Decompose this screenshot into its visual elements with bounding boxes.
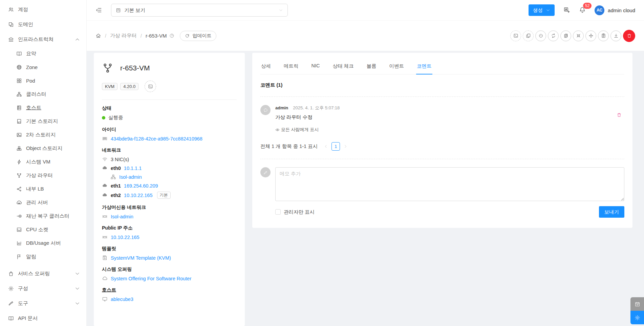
sidebar-item-alerts[interactable]: 알림 [0,250,86,263]
chevron-down-icon [279,8,283,13]
sidebar-item-summary[interactable]: 요약 [0,47,86,60]
tab-detail[interactable]: 상세 [260,60,272,74]
template-icon [102,255,108,261]
sidebar-item-db-usage-servers[interactable]: DB/Usage 서버 [0,236,86,250]
template-link[interactable]: SystemVM Template (KVM) [111,255,171,261]
admin-only-checkbox[interactable] [275,209,281,215]
update-button[interactable]: 업데이트 [180,31,216,41]
action-restart-button[interactable] [548,30,559,41]
feedback-button[interactable] [630,297,644,311]
sidebar-item-dr-clusters[interactable]: 재난 복구 클러스터 [0,209,86,223]
prev-page-button[interactable] [324,144,328,149]
tab-metrics[interactable]: 메트릭 [283,60,299,74]
sidebar-item-infrastructure[interactable]: 인프라스트럭쳐 [0,32,86,47]
setting-icon [8,286,14,291]
sidebar-item-configuration[interactable]: 구성 [0,281,86,296]
view-select-value: 기본 보기 [124,7,145,14]
nic-icon [102,183,108,189]
action-copy-button[interactable] [523,30,534,41]
corner-buttons [630,297,644,324]
reload-icon [185,34,190,38]
user-menu[interactable]: AC admin cloud [595,5,635,15]
settings-button[interactable] [630,311,644,324]
vm-summary-card: r-653-VM KVM 4.20.0 상태 실행중 아이디 434bde9a-… [94,53,245,326]
admin-only-label: 관리자만 표시 [284,209,315,215]
nic-count: 3 NIC(s) [111,157,129,162]
thunderbolt-icon [16,159,22,165]
tab-events[interactable]: 이벤트 [389,60,405,74]
help-icon[interactable] [169,33,174,38]
tab-volume[interactable]: 볼륨 [366,60,377,74]
sidebar-item-internal-lb[interactable]: 내부 LB [0,182,86,196]
comment-input[interactable] [275,167,624,201]
vm-id-link[interactable]: 434bde9a-f128-42ce-a985-7cc882410968 [111,136,202,142]
send-button[interactable]: 보내기 [599,206,625,218]
sidebar-item-service-offerings[interactable]: 서비스 오퍼링 [0,266,86,281]
object-icon [16,146,22,151]
next-page-button[interactable] [343,144,348,149]
console-button[interactable] [145,81,156,92]
sidebar-item-hosts[interactable]: 호스트 [0,101,86,114]
sidebar-item-management-servers[interactable]: 관리 서버 [0,196,86,209]
nic-network-link[interactable]: Isol-admin [119,174,142,180]
tab-comments[interactable]: 코멘트 [416,60,432,74]
sidebar-item-api-docs[interactable]: API 문서 [0,311,86,326]
edit-icon [263,170,268,175]
action-power-button[interactable] [535,30,546,41]
chevron-down-icon [74,271,80,277]
sidebar-item-tools[interactable]: 도구 [0,296,86,311]
sidebar-item-secondary-storage[interactable]: 2차 스토리지 [0,128,86,142]
public-ip-link[interactable]: 10.10.22.165 [111,235,139,240]
translate-icon[interactable] [563,7,570,14]
detail-card: 상세메트릭NIC상태 체크볼륨이벤트코멘트 코멘트 (1) admin 2025… [252,53,632,228]
tab-nic[interactable]: NIC [311,60,321,74]
host-link[interactable]: ablecube3 [111,297,133,302]
nic-ip-link[interactable]: 10.1.1.1 [124,166,142,171]
sidebar-item-domains[interactable]: 도메인 [0,17,86,32]
sidebar-item-pods[interactable]: Pod [0,74,86,87]
nic-icon [102,192,108,198]
host-label: 호스트 [102,287,237,293]
system-offering-link[interactable]: System Offering For Software Router [111,276,191,281]
status-label: 상태 [102,105,237,111]
pagination: 전체 1 개 항목 중 1-1 표시 1 [260,142,624,151]
nic-ip-link[interactable]: 10.10.22.165 [124,193,153,198]
sidebar-item-zones[interactable]: Zone [0,60,86,74]
breadcrumb-section[interactable]: 가상 라우터 [110,32,137,39]
calendar-check-icon [635,301,640,307]
pagination-summary: 전체 1 개 항목 중 1-1 표시 [260,143,318,150]
sidebar-item-object-storage[interactable]: Object 스토리지 [0,142,86,155]
create-button[interactable]: 생성 [529,4,555,16]
sidebar-item-clusters[interactable]: 클러스터 [0,87,86,101]
vm-network-link[interactable]: Isol-admin [111,214,133,219]
sidebar-item-primary-storage[interactable]: 기본 스토리지 [0,114,86,128]
comment-timestamp: 2025. 4. 1. 오후 5:07:18 [293,105,340,110]
sidebar-item-cpu-sockets[interactable]: CPU 소켓 [0,223,86,236]
action-delete-button[interactable] [623,30,635,42]
view-select[interactable]: 기본 보기 [111,4,288,17]
trash-icon [627,33,632,38]
action-migrate-button[interactable] [585,30,596,41]
barcode-icon [102,136,108,142]
action-console-button[interactable] [510,30,521,41]
sidebar-item-system-vms[interactable]: 시스템 VM [0,155,86,169]
user-name: admin cloud [608,7,635,13]
notifications-button[interactable]: 52 [579,6,586,14]
delete-comment-button[interactable] [617,112,622,117]
composer-footer: 관리자만 표시 보내기 [260,206,624,218]
action-scale-button[interactable] [573,30,584,41]
tab-health-check[interactable]: 상태 체크 [332,60,354,74]
sidebar-item-virtual-routers[interactable]: 가상 라우터 [0,169,86,182]
default-nic-tag: 기본 [157,192,171,199]
migrate-icon [588,33,594,38]
divider [260,159,624,159]
action-download-button[interactable] [610,30,621,41]
menu-fold-icon[interactable] [95,7,102,14]
action-diagnostics-button[interactable] [560,30,571,41]
action-health-check-button[interactable] [598,30,609,41]
sidebar-item-accounts[interactable]: 계정 [0,2,86,17]
chevron-down-icon [74,301,80,306]
page-1-button[interactable]: 1 [331,142,340,151]
nic-ip-link[interactable]: 169.254.60.209 [124,183,158,189]
home-icon[interactable] [95,33,101,39]
